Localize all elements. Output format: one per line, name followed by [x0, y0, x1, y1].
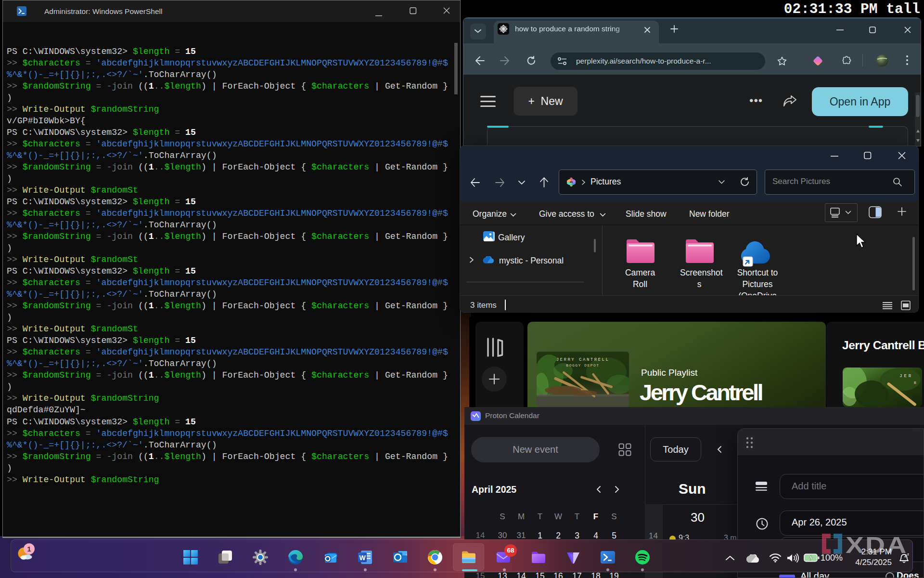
svg-text:W: W [359, 554, 366, 562]
svg-text:BOGGY DEPOT: BOGGY DEPOT [566, 363, 599, 368]
svg-text:z: z [907, 552, 909, 556]
svg-text:JERRY CANTRELL: JERRY CANTRELL [556, 357, 610, 362]
svg-text:B: B [914, 381, 916, 385]
svg-text:JER: JER [899, 374, 913, 379]
svg-text:z: z [904, 553, 907, 558]
